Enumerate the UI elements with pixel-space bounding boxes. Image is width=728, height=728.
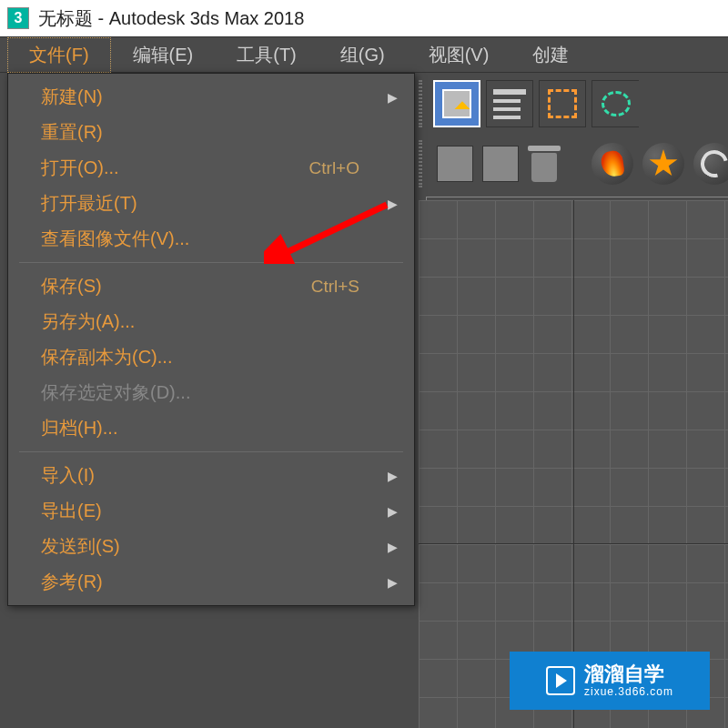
menu-send-to[interactable]: 发送到(S) ▶ bbox=[8, 529, 414, 564]
menu-label: 保存(S) bbox=[41, 274, 102, 298]
app-icon: 3 bbox=[7, 7, 29, 29]
lasso-icon bbox=[602, 91, 631, 116]
menu-create[interactable]: 创建 bbox=[511, 37, 591, 73]
menu-label: 导出(E) bbox=[41, 499, 102, 523]
menu-view-image-file[interactable]: 查看图像文件(V)... bbox=[8, 221, 414, 257]
toolbar-divider bbox=[419, 80, 422, 127]
submenu-arrow-icon: ▶ bbox=[388, 504, 398, 519]
rectangular-select-button[interactable] bbox=[539, 80, 586, 127]
explosion-effect-button[interactable] bbox=[642, 143, 684, 185]
file-dropdown-menu: 新建(N) ▶ 重置(R) 打开(O)... Ctrl+O 打开最近(T) ▶ … bbox=[7, 73, 415, 606]
menu-label: 打开最近(T) bbox=[41, 191, 137, 216]
submenu-arrow-icon: ▶ bbox=[388, 540, 398, 554]
fire-effect-button[interactable] bbox=[592, 143, 633, 185]
watermark-url: zixue.3d66.com bbox=[584, 686, 673, 698]
trash-icon[interactable] bbox=[528, 146, 561, 182]
watermark-title: 溜溜自学 bbox=[584, 663, 673, 685]
menu-export[interactable]: 导出(E) ▶ bbox=[8, 493, 414, 529]
menu-open[interactable]: 打开(O)... Ctrl+O bbox=[8, 150, 414, 186]
dashed-rectangle-icon bbox=[548, 89, 577, 118]
menu-label: 打开(O)... bbox=[41, 156, 119, 180]
viewport-grid bbox=[419, 200, 728, 728]
menu-new[interactable]: 新建(N) ▶ bbox=[8, 79, 414, 115]
menu-label: 重置(R) bbox=[41, 120, 103, 145]
menu-view[interactable]: 视图(V) bbox=[407, 37, 511, 73]
object-button-2[interactable] bbox=[482, 146, 519, 182]
submenu-arrow-icon: ▶ bbox=[388, 575, 398, 590]
flame-icon bbox=[600, 149, 625, 177]
menu-label: 发送到(S) bbox=[41, 534, 120, 559]
watermark: 溜溜自学 zixue.3d66.com bbox=[510, 652, 710, 710]
burst-icon bbox=[649, 149, 678, 178]
menu-label: 查看图像文件(V)... bbox=[41, 227, 189, 251]
menu-archive[interactable]: 归档(H)... bbox=[8, 410, 414, 446]
menu-save-selected: 保存选定对象(D)... bbox=[8, 375, 414, 410]
menu-label: 导入(I) bbox=[41, 463, 95, 488]
menu-separator bbox=[19, 451, 403, 452]
menu-label: 另存为(A)... bbox=[41, 309, 135, 334]
object-button[interactable] bbox=[437, 146, 473, 182]
window-title: 无标题 - Autodesk 3ds Max 2018 bbox=[38, 6, 304, 31]
submenu-arrow-icon: ▶ bbox=[388, 90, 398, 105]
viewport[interactable] bbox=[419, 200, 728, 728]
menu-save-as[interactable]: 另存为(A)... bbox=[8, 304, 414, 339]
menu-reference[interactable]: 参考(R) ▶ bbox=[8, 564, 414, 600]
select-tool-button[interactable] bbox=[433, 80, 480, 127]
menu-group[interactable]: 组(G) bbox=[318, 37, 407, 73]
menu-file[interactable]: 文件(F) bbox=[7, 37, 111, 73]
menu-label: 归档(H)... bbox=[41, 416, 117, 440]
menu-reset[interactable]: 重置(R) bbox=[8, 115, 414, 150]
select-by-name-button[interactable] bbox=[486, 80, 533, 127]
titlebar: 3 无标题 - Autodesk 3ds Max 2018 bbox=[0, 0, 728, 36]
toolbar-divider bbox=[419, 140, 422, 187]
menu-edit[interactable]: 编辑(E) bbox=[111, 37, 216, 73]
menu-import[interactable]: 导入(I) ▶ bbox=[8, 458, 414, 493]
menu-tools[interactable]: 工具(T) bbox=[215, 37, 318, 73]
submenu-arrow-icon: ▶ bbox=[388, 197, 398, 211]
menu-save[interactable]: 保存(S) Ctrl+S bbox=[8, 268, 414, 304]
shortcut-label: Ctrl+S bbox=[311, 277, 359, 297]
menu-label: 新建(N) bbox=[41, 85, 103, 109]
menu-label: 保存选定对象(D)... bbox=[41, 380, 190, 405]
list-lines-icon bbox=[493, 89, 526, 119]
menu-label: 保存副本为(C)... bbox=[41, 345, 172, 369]
menu-separator bbox=[19, 262, 403, 263]
toolbar bbox=[419, 73, 728, 200]
menubar: 文件(F) 编辑(E) 工具(T) 组(G) 视图(V) 创建 bbox=[0, 36, 728, 73]
vortex-effect-button[interactable] bbox=[693, 143, 728, 185]
shortcut-label: Ctrl+O bbox=[309, 158, 359, 178]
menu-save-copy-as[interactable]: 保存副本为(C)... bbox=[8, 339, 414, 375]
submenu-arrow-icon: ▶ bbox=[388, 469, 398, 483]
menu-label: 参考(R) bbox=[41, 570, 103, 594]
play-icon bbox=[546, 666, 575, 695]
selection-cursor-icon bbox=[442, 89, 471, 118]
lasso-select-button[interactable] bbox=[592, 80, 639, 127]
menu-open-recent[interactable]: 打开最近(T) ▶ bbox=[8, 186, 414, 221]
swirl-icon bbox=[696, 146, 728, 183]
